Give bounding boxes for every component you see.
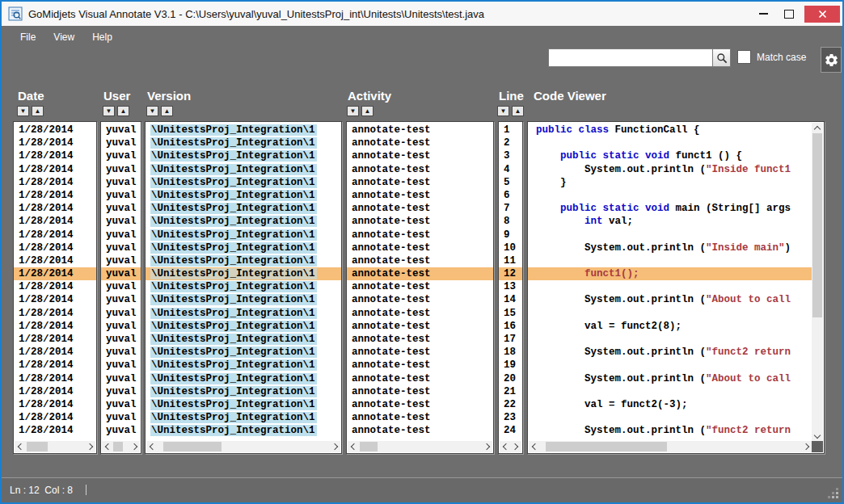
user-row[interactable]: yuval: [101, 346, 141, 359]
activity-row[interactable]: annotate-test: [347, 398, 493, 411]
line-number-row[interactable]: 5: [499, 176, 522, 189]
h-scrollbar[interactable]: [529, 441, 812, 452]
line-number-row[interactable]: 9: [499, 229, 522, 242]
date-row[interactable]: 1/28/2014: [14, 346, 96, 359]
activity-row[interactable]: annotate-test: [347, 267, 493, 280]
version-row[interactable]: \UnitestsProj_Integration\1: [146, 149, 341, 162]
line-number-row[interactable]: 24: [499, 424, 522, 437]
activity-row[interactable]: annotate-test: [347, 149, 493, 162]
version-row[interactable]: \UnitestsProj_Integration\1: [146, 136, 341, 149]
scroll-thumb[interactable]: [812, 133, 822, 317]
user-row[interactable]: yuval: [101, 280, 141, 293]
h-scrollbar[interactable]: [348, 441, 492, 452]
line-number-row[interactable]: 17: [499, 333, 522, 346]
maximize-button[interactable]: [779, 6, 800, 22]
code-line[interactable]: public class FunctionCall {: [528, 124, 812, 136]
minimize-button[interactable]: [753, 6, 774, 22]
user-row[interactable]: yuval: [101, 124, 141, 136]
scroll-thumb[interactable]: [27, 442, 48, 452]
code-line[interactable]: val = funct2(-3);: [528, 398, 812, 411]
activity-row[interactable]: annotate-test: [347, 229, 493, 242]
scroll-left-button[interactable]: [348, 441, 358, 452]
code-line[interactable]: [528, 333, 812, 346]
date-row[interactable]: 1/28/2014: [14, 176, 96, 189]
activity-row[interactable]: annotate-test: [347, 215, 493, 228]
code-line[interactable]: [528, 136, 812, 149]
user-row[interactable]: yuval: [101, 242, 141, 254]
scroll-up-button[interactable]: [812, 123, 823, 133]
user-row[interactable]: yuval: [101, 149, 141, 162]
h-scrollbar[interactable]: [15, 441, 95, 452]
line-number-row[interactable]: 16: [499, 320, 522, 333]
scroll-thumb[interactable]: [546, 442, 667, 452]
match-case-checkbox[interactable]: [737, 50, 751, 64]
date-row[interactable]: 1/28/2014: [14, 202, 96, 215]
line-number-row[interactable]: 22: [499, 398, 522, 411]
code-line[interactable]: System.out.println ("funct2 return: [528, 424, 812, 437]
line-number-row[interactable]: 8: [499, 215, 522, 228]
activity-row[interactable]: annotate-test: [347, 202, 493, 215]
scroll-thumb[interactable]: [113, 442, 123, 452]
version-row[interactable]: \UnitestsProj_Integration\1: [146, 189, 341, 202]
scroll-right-button[interactable]: [129, 441, 140, 452]
sort-desc-button[interactable]: ▼: [497, 106, 509, 116]
date-row[interactable]: 1/28/2014: [14, 229, 96, 242]
version-row[interactable]: \UnitestsProj_Integration\1: [146, 202, 341, 215]
date-row[interactable]: 1/28/2014: [14, 163, 96, 176]
scroll-left-button[interactable]: [15, 441, 25, 452]
sort-desc-button[interactable]: ▼: [17, 106, 29, 116]
activity-row[interactable]: annotate-test: [347, 242, 493, 254]
version-row[interactable]: \UnitestsProj_Integration\1: [146, 398, 341, 411]
activity-row[interactable]: annotate-test: [347, 176, 493, 189]
version-row[interactable]: \UnitestsProj_Integration\1: [146, 293, 341, 306]
user-row[interactable]: yuval: [101, 411, 141, 424]
activity-row[interactable]: annotate-test: [347, 163, 493, 176]
date-row[interactable]: 1/28/2014: [14, 149, 96, 162]
activity-row[interactable]: annotate-test: [347, 307, 493, 320]
user-row[interactable]: yuval: [101, 215, 141, 228]
activity-row[interactable]: annotate-test: [347, 136, 493, 149]
scroll-right-button[interactable]: [510, 441, 521, 452]
version-row[interactable]: \UnitestsProj_Integration\1: [146, 359, 341, 372]
sort-asc-button[interactable]: ▲: [512, 106, 524, 116]
version-row[interactable]: \UnitestsProj_Integration\1: [146, 176, 341, 189]
sort-asc-button[interactable]: ▲: [117, 106, 129, 116]
activity-row[interactable]: annotate-test: [347, 346, 493, 359]
line-number-row[interactable]: 18: [499, 346, 522, 359]
date-row[interactable]: 1/28/2014: [14, 124, 96, 136]
version-row[interactable]: \UnitestsProj_Integration\1: [146, 254, 341, 267]
date-row[interactable]: 1/28/2014: [14, 136, 96, 149]
code-line[interactable]: [528, 411, 812, 424]
date-row[interactable]: 1/28/2014: [14, 359, 96, 372]
version-row[interactable]: \UnitestsProj_Integration\1: [146, 163, 341, 176]
activity-row[interactable]: annotate-test: [347, 424, 493, 437]
version-row[interactable]: \UnitestsProj_Integration\1: [146, 424, 341, 437]
date-row[interactable]: 1/28/2014: [14, 242, 96, 254]
version-row[interactable]: \UnitestsProj_Integration\1: [146, 267, 341, 280]
scroll-track[interactable]: [25, 441, 85, 452]
user-row[interactable]: yuval: [101, 424, 141, 437]
activity-row[interactable]: annotate-test: [347, 359, 493, 372]
line-number-row[interactable]: 3: [499, 149, 522, 162]
code-line[interactable]: funct1();: [528, 267, 812, 280]
version-row[interactable]: \UnitestsProj_Integration\1: [146, 242, 341, 254]
version-row[interactable]: \UnitestsProj_Integration\1: [146, 280, 341, 293]
scroll-track[interactable]: [112, 441, 129, 452]
version-row[interactable]: \UnitestsProj_Integration\1: [146, 346, 341, 359]
version-row[interactable]: \UnitestsProj_Integration\1: [146, 372, 341, 385]
sort-asc-button[interactable]: ▲: [161, 106, 173, 116]
scroll-right-button[interactable]: [801, 441, 812, 452]
code-line[interactable]: int val;: [528, 215, 812, 228]
date-row[interactable]: 1/28/2014: [14, 372, 96, 385]
h-scrollbar[interactable]: [146, 441, 340, 452]
line-number-row[interactable]: 20: [499, 372, 522, 385]
user-row[interactable]: yuval: [101, 307, 141, 320]
version-row[interactable]: \UnitestsProj_Integration\1: [146, 307, 341, 320]
scroll-track[interactable]: [812, 133, 823, 430]
version-row[interactable]: \UnitestsProj_Integration\1: [146, 411, 341, 424]
code-line[interactable]: System.out.println ("About to call: [528, 372, 812, 385]
scroll-track[interactable]: [539, 441, 801, 452]
line-number-row[interactable]: 1: [499, 124, 522, 136]
code-line[interactable]: [528, 189, 812, 202]
date-row[interactable]: 1/28/2014: [14, 254, 96, 267]
